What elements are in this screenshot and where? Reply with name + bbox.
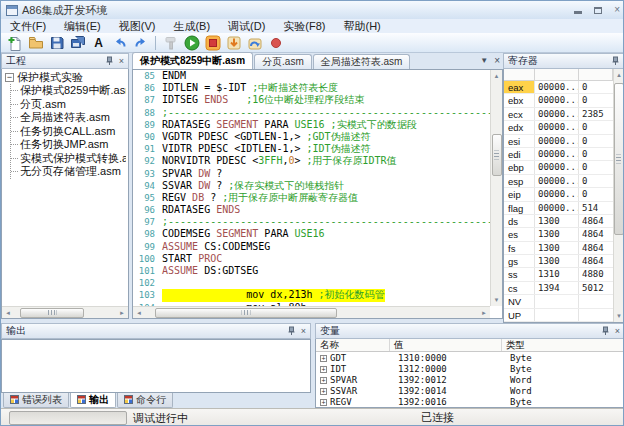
menu-item[interactable]: 调试(D) xyxy=(219,19,274,33)
maximize-icon[interactable] xyxy=(594,7,602,14)
editor-tab[interactable]: 保护模式8259中断.asm xyxy=(132,52,253,69)
register-row[interactable]: es13004864 xyxy=(504,228,613,241)
menu-item[interactable]: 实验(F8) xyxy=(274,19,334,33)
title-bar[interactable]: A86集成开发环境 × xyxy=(1,1,624,19)
scrollbar-thumb[interactable] xyxy=(155,308,337,318)
register-row[interactable]: ss13104880 xyxy=(504,268,613,281)
tab-list-dropdown-icon[interactable]: ▼ xyxy=(480,56,488,65)
tree-root-item[interactable]: −保护模式实验 xyxy=(4,70,126,84)
variables-column-header[interactable]: 类型 xyxy=(502,339,624,351)
scrollbar-thumb[interactable] xyxy=(492,134,502,176)
tree-item-file[interactable]: 任务切换JMP.asm xyxy=(11,138,126,152)
run-icon[interactable] xyxy=(181,34,202,52)
close-icon[interactable]: × xyxy=(614,5,620,15)
editor-tab[interactable]: 分页.asm xyxy=(254,54,312,69)
variables-header-row[interactable]: 名称值类型 xyxy=(316,339,624,352)
pin-icon[interactable] xyxy=(287,326,296,336)
register-row[interactable]: ds13004864 xyxy=(504,215,613,228)
close-document-icon[interactable]: × xyxy=(494,55,500,66)
minimize-icon[interactable] xyxy=(574,11,582,14)
font-icon[interactable]: A xyxy=(88,34,109,52)
scroll-down-icon[interactable]: ▼ xyxy=(491,294,503,306)
save-all-icon[interactable] xyxy=(67,34,88,52)
project-hscrollbar[interactable]: ◄ ► xyxy=(2,306,128,318)
collapse-icon[interactable]: − xyxy=(5,73,14,82)
menu-item[interactable]: 生成(B) xyxy=(164,19,219,33)
variable-row[interactable]: +SSVAR1392:0014Word xyxy=(316,386,624,396)
bottom-tab[interactable]: 输出 xyxy=(70,393,116,408)
register-row[interactable]: gs13004864 xyxy=(504,255,613,268)
close-icon[interactable]: × xyxy=(615,326,620,336)
expand-icon[interactable]: + xyxy=(320,388,327,395)
tree-item-file[interactable]: 全局描述符表.asm xyxy=(11,111,126,125)
register-row[interactable]: edx00000...0 xyxy=(504,121,613,134)
scroll-left-icon[interactable]: ◄ xyxy=(133,307,145,319)
register-row[interactable]: cs13945012 xyxy=(504,282,613,295)
breakpoint-icon[interactable] xyxy=(265,34,286,52)
expand-icon[interactable]: + xyxy=(320,355,327,362)
scrollbar-thumb[interactable] xyxy=(614,83,624,235)
variable-row[interactable]: +SPVAR1392:0012Word xyxy=(316,375,624,385)
register-row[interactable]: esp00000...0 xyxy=(504,175,613,188)
register-row[interactable]: fs13004864 xyxy=(504,242,613,255)
pin-icon[interactable] xyxy=(105,56,114,66)
expand-icon[interactable]: + xyxy=(320,399,327,406)
variable-row[interactable]: +REGV1392:0016Byte xyxy=(316,397,624,407)
menu-item[interactable]: 文件(F) xyxy=(1,19,55,33)
expand-icon[interactable]: + xyxy=(320,366,327,373)
editor-hscrollbar[interactable]: ◄ ► xyxy=(133,306,490,318)
menu-item[interactable]: 视图(V) xyxy=(110,19,165,33)
close-icon[interactable]: × xyxy=(301,326,306,336)
register-row[interactable]: UP xyxy=(504,309,613,322)
new-file-icon[interactable] xyxy=(4,34,25,52)
code-editor[interactable]: 85ENDM86IDTLEN = $-IDT ;中断描述符表长度87IDTSEG… xyxy=(132,69,503,319)
register-row[interactable]: esi00000...0 xyxy=(504,135,613,148)
undo-icon[interactable] xyxy=(109,34,130,52)
register-header-cell[interactable] xyxy=(535,69,579,80)
scroll-up-icon[interactable]: ▲ xyxy=(613,69,624,81)
bottom-tab[interactable]: 错误列表 xyxy=(3,393,69,408)
register-row[interactable]: ebp00000...0 xyxy=(504,161,613,174)
menu-item[interactable]: 帮助(H) xyxy=(335,19,390,33)
scroll-right-icon[interactable]: ► xyxy=(478,307,490,319)
tree-item-file[interactable]: 任务切换CALL.asm xyxy=(11,125,126,139)
register-row[interactable]: NV xyxy=(504,295,613,308)
close-icon[interactable]: × xyxy=(119,56,124,66)
tree-item-file[interactable]: 分页.asm xyxy=(11,98,126,112)
pin-icon[interactable] xyxy=(611,56,620,66)
scroll-right-icon[interactable]: ► xyxy=(116,307,128,319)
expand-icon[interactable]: + xyxy=(320,377,327,384)
tree-item-file[interactable]: 保护模式8259中断.asm xyxy=(11,84,126,98)
variable-row[interactable]: +GDT1310:0000Byte xyxy=(316,353,624,363)
registers-vscrollbar[interactable]: ▲ ▼ xyxy=(613,69,624,322)
tree-item-file[interactable]: 实模式保护模式转换.asm xyxy=(11,152,126,166)
register-row[interactable]: eip00000...0 xyxy=(504,188,613,201)
output-content[interactable] xyxy=(1,339,311,393)
scroll-up-icon[interactable]: ▲ xyxy=(491,70,503,82)
tree-item-file[interactable]: 无分页存储管理.asm xyxy=(11,165,126,179)
register-row[interactable]: flag00000...514 xyxy=(504,202,613,215)
register-row[interactable]: ecx00000...2385 xyxy=(504,108,613,121)
open-folder-icon[interactable] xyxy=(25,34,46,52)
menu-item[interactable]: 编辑(E) xyxy=(55,19,110,33)
variables-column-header[interactable]: 名称 xyxy=(316,339,390,351)
redo-icon[interactable] xyxy=(130,34,151,52)
register-header-cell[interactable] xyxy=(504,69,535,80)
register-header-cell[interactable] xyxy=(579,69,613,80)
stop-icon[interactable] xyxy=(202,34,223,52)
register-row[interactable]: edi00000...0 xyxy=(504,148,613,161)
registers-header-row[interactable] xyxy=(504,69,613,81)
bottom-tab[interactable]: 命令行 xyxy=(117,393,173,408)
scroll-down-icon[interactable]: ▼ xyxy=(613,310,624,322)
scroll-left-icon[interactable]: ◄ xyxy=(2,307,14,319)
step-into-icon[interactable] xyxy=(223,34,244,52)
register-row[interactable]: eax00000...0 xyxy=(504,81,613,94)
editor-tab[interactable]: 全局描述符表.asm xyxy=(313,54,411,69)
variables-column-header[interactable]: 值 xyxy=(390,339,502,351)
editor-vscrollbar[interactable]: ▲ ▼ xyxy=(490,70,502,306)
scrollbar-thumb[interactable] xyxy=(20,308,84,318)
save-icon[interactable] xyxy=(46,34,67,52)
pin-icon[interactable] xyxy=(601,326,610,336)
variable-row[interactable]: +IDT1312:0000Byte xyxy=(316,364,624,374)
step-out-icon[interactable] xyxy=(244,34,265,52)
